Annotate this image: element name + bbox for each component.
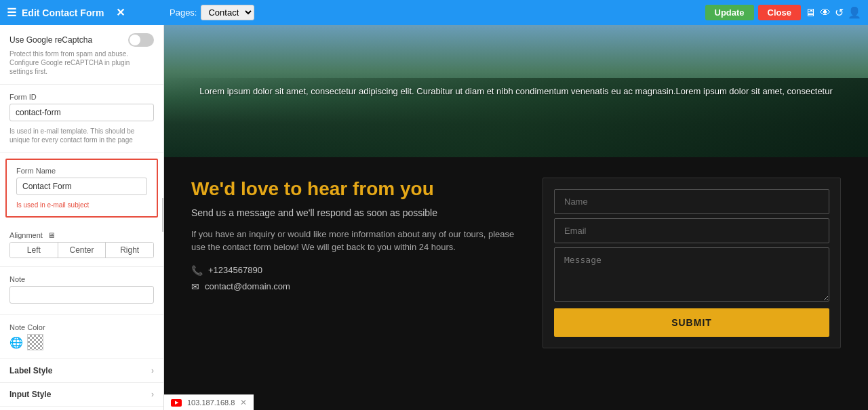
color-swatch[interactable] [27, 334, 43, 350]
pages-select[interactable]: Contact [201, 5, 254, 20]
alignment-row: Left Center Right [9, 242, 154, 258]
recaptcha-section: Use Google reCaptcha Protect this form f… [0, 25, 163, 85]
youtube-icon: ▶ [171, 399, 182, 407]
sidebar: Use Google reCaptcha Protect this form f… [0, 25, 164, 410]
close-editor-icon[interactable]: ✕ [116, 6, 125, 19]
form-name-input[interactable] [16, 178, 147, 195]
note-label: Note [9, 275, 154, 283]
monitor-small-icon: 🖥 [47, 231, 55, 239]
globe-icon[interactable]: 🌐 [9, 336, 23, 349]
undo-icon[interactable]: ↺ [835, 6, 844, 19]
input-style-label: Input Style [9, 390, 51, 399]
page-title: Edit Contact Form [22, 7, 104, 18]
form-name-label: Form Name [16, 167, 147, 175]
align-left-button[interactable]: Left [10, 243, 58, 258]
close-button[interactable]: Close [758, 5, 801, 20]
contact-left: We'd love to hear from you Send us a mes… [191, 178, 529, 390]
form-name-hint: Is used in e-mail subject [16, 201, 147, 209]
submit-button[interactable]: SUBMIT [554, 308, 829, 337]
recaptcha-toggle-row: Use Google reCaptcha [9, 33, 154, 47]
email-row: ✉ contact@domain.com [191, 281, 529, 292]
user-icon[interactable]: 👤 [848, 6, 861, 19]
recaptcha-toggle[interactable] [128, 33, 154, 47]
name-field[interactable] [554, 189, 829, 214]
note-input[interactable] [9, 286, 154, 304]
top-bar-right: Update Close 🖥 👁 ↺ 👤 [705, 5, 861, 20]
contact-section: We'd love to hear from you Send us a mes… [164, 157, 868, 410]
message-field[interactable] [554, 247, 829, 302]
main-layout: Use Google reCaptcha Protect this form f… [0, 25, 868, 410]
contact-form-wrapper: SUBMIT [542, 178, 841, 348]
phone-number: +1234567890 [208, 265, 262, 275]
alignment-label: Alignment 🖥 [9, 231, 154, 239]
ip-close-icon[interactable]: ✕ [240, 398, 247, 407]
align-right-button[interactable]: Right [106, 243, 153, 258]
note-color-section: Note Color 🌐 [0, 315, 163, 359]
top-bar: ☰ Edit Contact Form ✕ Pages: Contact Upd… [0, 0, 868, 25]
monitor-icon[interactable]: 🖥 [805, 7, 816, 19]
hamburger-icon[interactable]: ☰ [7, 6, 16, 19]
form-id-hint: Is used in e-mail template. This should … [9, 127, 154, 144]
hero-area: Lorem ipsum dolor sit amet, consectetur … [164, 25, 868, 157]
chevron-right-icon-2: › [151, 390, 154, 399]
email-field[interactable] [554, 218, 829, 243]
email-address: contact@domain.com [205, 281, 290, 291]
phone-row: 📞 +1234567890 [191, 265, 529, 276]
contact-right: SUBMIT [542, 178, 841, 390]
label-style-section[interactable]: Label Style › [0, 359, 163, 383]
eye-icon[interactable]: 👁 [820, 7, 831, 19]
form-id-label: Form ID [9, 93, 154, 101]
ip-address: 103.187.168.8 [187, 398, 235, 407]
status-bar: ▶ 103.187.168.8 ✕ [164, 394, 254, 410]
form-name-section: Form Name Is used in e-mail subject [5, 159, 158, 218]
note-section: Note [0, 267, 163, 315]
input-style-section[interactable]: Input Style › [0, 383, 163, 407]
recaptcha-hint: Protect this form from spam and abuse. C… [9, 49, 154, 76]
pages-label: Pages: [170, 7, 197, 18]
contact-desc: If you have an inquiry or would like mor… [191, 228, 529, 254]
form-id-section: Form ID Is used in e-mail template. This… [0, 85, 163, 153]
email-icon: ✉ [191, 281, 199, 292]
top-bar-left: ☰ Edit Contact Form ✕ [7, 6, 163, 19]
pages-section: Pages: Contact [170, 5, 254, 20]
align-center-button[interactable]: Center [58, 243, 106, 258]
chevron-right-icon: › [151, 366, 154, 375]
hero-text: Lorem ipsum dolor sit amet, consectetur … [186, 71, 846, 112]
phone-icon: 📞 [191, 265, 203, 276]
hero-text-content: Lorem ipsum dolor sit amet, consectetur … [199, 86, 833, 96]
contact-heading: We'd love to hear from you [191, 178, 529, 201]
note-color-label: Note Color [9, 323, 154, 331]
contact-subheading: Send us a message and we'll respond as s… [191, 207, 529, 218]
form-id-input[interactable] [9, 104, 154, 121]
update-button[interactable]: Update [705, 5, 754, 20]
label-style-label: Label Style [9, 366, 52, 375]
note-color-row: 🌐 [9, 334, 154, 350]
recaptcha-label: Use Google reCaptcha [9, 35, 92, 45]
canvas: Lorem ipsum dolor sit amet, consectetur … [164, 25, 868, 410]
alignment-section: Alignment 🖥 Left Center Right [0, 223, 163, 267]
